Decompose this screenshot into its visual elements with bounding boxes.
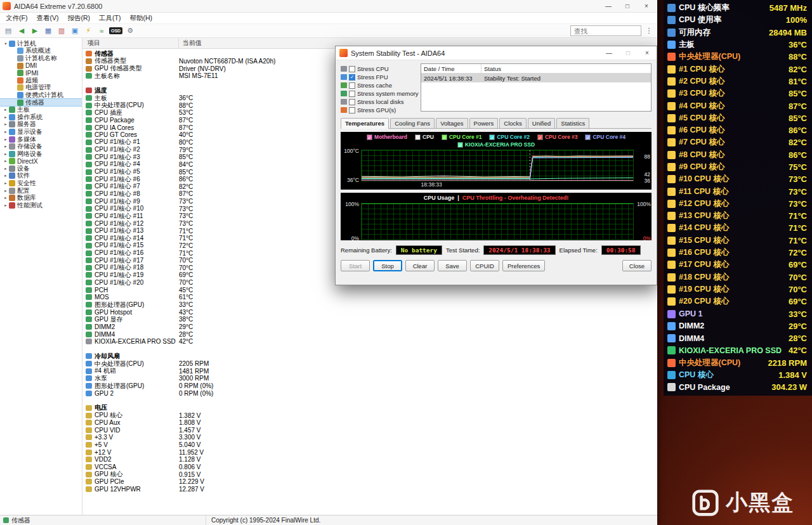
- sidebar-item[interactable]: ▸配置: [0, 187, 82, 195]
- tab-voltages[interactable]: Voltages: [436, 118, 468, 128]
- stress-option[interactable]: Stress cache: [341, 82, 416, 89]
- dialog-maximize-button[interactable]: □: [619, 48, 638, 59]
- legend-checkbox[interactable]: ✓: [537, 134, 543, 140]
- table-row[interactable]: 图形处理器(GPU)33°C: [82, 301, 657, 309]
- legend-checkbox[interactable]: ✓: [457, 142, 463, 148]
- expander-icon[interactable]: ▸: [3, 159, 9, 164]
- osd-badge-icon[interactable]: OSD: [109, 27, 122, 34]
- table-row[interactable]: +3.3 V3.300 V: [82, 434, 657, 441]
- table-row[interactable]: KIOXIA-EXCERIA PRO SSD42°C: [82, 338, 657, 346]
- checkbox[interactable]: [349, 107, 355, 113]
- graph-icon[interactable]: ≈: [96, 26, 107, 36]
- table-row[interactable]: 图形处理器(GPU)0 RPM (0%): [82, 382, 657, 390]
- log-row[interactable]: 2024/5/1 18:38:33Stability Test: Started: [421, 74, 651, 82]
- expander-icon[interactable]: ▸: [3, 188, 9, 193]
- expander-icon[interactable]: ▸: [3, 152, 9, 157]
- table-row[interactable]: #4 机箱1481 RPM: [82, 367, 657, 375]
- sidebar-item[interactable]: ▸安全性: [0, 179, 82, 187]
- table-row[interactable]: GPU 12VHPWR12.287 V: [82, 486, 657, 493]
- sidebar-item[interactable]: ▸设备: [0, 165, 82, 172]
- legend-checkbox[interactable]: ✓: [367, 134, 372, 140]
- tab-temperatures[interactable]: Temperatures: [341, 118, 389, 129]
- legend-checkbox[interactable]: ✓: [442, 134, 447, 140]
- dialog-close-button[interactable]: ×: [638, 48, 657, 59]
- expander-icon[interactable]: ▸: [3, 115, 9, 120]
- checkbox[interactable]: [349, 66, 355, 72]
- table-row[interactable]: GPU 20 RPM (0%): [82, 389, 657, 397]
- chart-icon[interactable]: ▥: [56, 26, 67, 36]
- sidebar-item[interactable]: IPMI: [0, 69, 82, 77]
- maximize-button[interactable]: □: [618, 1, 637, 12]
- menu-item-1[interactable]: 查看(V): [32, 14, 63, 23]
- expander-icon[interactable]: ▸: [3, 144, 9, 149]
- sidebar-item[interactable]: ▸操作系统: [0, 113, 82, 121]
- tab-powers[interactable]: Powers: [469, 118, 499, 128]
- expander-icon[interactable]: ▾: [3, 41, 9, 46]
- back-icon[interactable]: ◀: [16, 26, 27, 36]
- checkbox[interactable]: [349, 82, 355, 89]
- sidebar-item[interactable]: ▸显示设备: [0, 128, 82, 136]
- table-row[interactable]: CPU VID1.457 V: [82, 427, 657, 434]
- dialog-minimize-button[interactable]: —: [599, 48, 619, 59]
- more-options-icon[interactable]: ⋮: [645, 27, 653, 35]
- column-header-item[interactable]: 项目: [82, 38, 179, 48]
- page-icon[interactable]: ▤: [3, 26, 14, 36]
- table-row[interactable]: 水泵3000 RPM: [82, 375, 657, 382]
- stress-option[interactable]: Stress CPU: [341, 65, 416, 72]
- close-button[interactable]: ×: [637, 1, 656, 12]
- expander-icon[interactable]: ▸: [3, 107, 9, 112]
- lightning-icon[interactable]: ⚡: [82, 26, 94, 36]
- table-row[interactable]: VCCSA0.806 V: [82, 463, 657, 471]
- checkbox[interactable]: ✓: [349, 74, 355, 81]
- expander-icon[interactable]: ▸: [3, 195, 9, 200]
- table-section-row[interactable]: 冷却风扇: [82, 353, 657, 360]
- legend-checkbox[interactable]: ✓: [489, 134, 495, 140]
- close-button[interactable]: Close: [622, 260, 652, 271]
- tab-clocks[interactable]: Clocks: [499, 118, 527, 128]
- checkbox[interactable]: [349, 91, 355, 97]
- expander-icon[interactable]: ▸: [3, 129, 9, 134]
- search-input[interactable]: [570, 25, 641, 36]
- table-row[interactable]: +12 V11.952 V: [82, 448, 657, 456]
- table-row[interactable]: MOS61°C: [82, 294, 657, 301]
- expander-icon[interactable]: ▸: [3, 181, 9, 186]
- cpuid-button[interactable]: CPUID: [470, 260, 499, 271]
- legend-item[interactable]: ✓CPU Core #3: [537, 134, 578, 140]
- legend-checkbox[interactable]: ✓: [415, 134, 421, 140]
- menu-item-4[interactable]: 帮助(H): [125, 14, 157, 23]
- table-section-row[interactable]: 电压: [82, 405, 657, 412]
- stress-option[interactable]: Stress system memory: [341, 90, 416, 97]
- sidebar-item[interactable]: DMI: [0, 62, 82, 70]
- legend-item[interactable]: ✓CPU Core #1: [442, 134, 482, 140]
- table-row[interactable]: CPU 核心1.382 V: [82, 412, 657, 419]
- save-button[interactable]: Save: [438, 260, 467, 271]
- sidebar-item[interactable]: 计算机名称: [0, 55, 82, 62]
- table-row[interactable]: VDD21.128 V: [82, 456, 657, 463]
- table-row[interactable]: GPU 核心0.915 V: [82, 470, 657, 478]
- legend-item[interactable]: ✓Motherboard: [367, 134, 407, 140]
- preferences-button[interactable]: Preferences: [502, 260, 545, 271]
- expander-icon[interactable]: ▸: [3, 173, 9, 178]
- start-button[interactable]: Start: [341, 260, 370, 271]
- menu-item-3[interactable]: 工具(T): [95, 14, 125, 23]
- menu-item-2[interactable]: 报告(R): [63, 14, 95, 23]
- table-row[interactable]: DIMM229°C: [82, 323, 657, 331]
- stress-option[interactable]: Stress local disks: [341, 98, 416, 105]
- checkbox[interactable]: [349, 99, 355, 105]
- minimize-button[interactable]: —: [599, 1, 618, 12]
- settings-icon[interactable]: ⚙: [124, 26, 136, 36]
- sidebar-item[interactable]: ▸软件: [0, 172, 82, 180]
- log-column-datetime[interactable]: Date / Time: [421, 64, 481, 73]
- table-row[interactable]: GPU PCIe12.229 V: [82, 478, 657, 486]
- table-row[interactable]: 中央处理器(CPU)2205 RPM: [82, 360, 657, 368]
- legend-checkbox[interactable]: ✓: [585, 134, 591, 140]
- dialog-titlebar[interactable]: System Stability Test - AIDA64 — □ ×: [336, 46, 657, 60]
- sidebar-item[interactable]: ▸网络设备: [0, 150, 82, 158]
- table-row[interactable]: CPU Aux1.808 V: [82, 419, 657, 427]
- main-titlebar[interactable]: AIDA64 Extreme v7.20.6800 — □ ×: [0, 0, 657, 13]
- sidebar-item[interactable]: ▸性能测试: [0, 202, 82, 209]
- expander-icon[interactable]: ▸: [3, 203, 9, 208]
- legend-item[interactable]: ✓KIOXIA-EXCERIA PRO SSD: [457, 141, 535, 148]
- stress-option[interactable]: Stress GPU(s): [341, 107, 416, 113]
- sidebar-item[interactable]: 传感器: [0, 99, 82, 107]
